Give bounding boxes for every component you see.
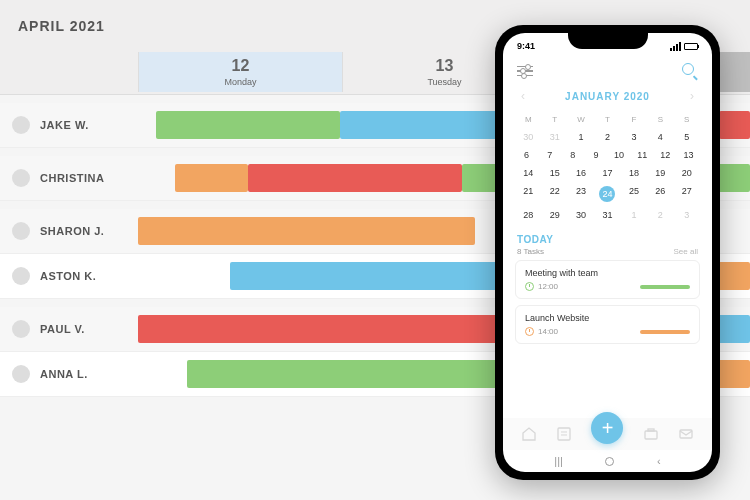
calendar-day[interactable]: 17 [594, 164, 620, 182]
calendar-day[interactable]: 4 [647, 128, 673, 146]
calendar-day[interactable]: 13 [677, 146, 700, 164]
calendar-day[interactable]: 29 [541, 206, 567, 224]
mail-icon[interactable] [678, 426, 694, 442]
add-button[interactable]: + [591, 412, 623, 444]
task-bar[interactable] [175, 164, 248, 192]
calendar-day[interactable]: 26 [647, 182, 673, 206]
task-card[interactable]: Meeting with team12:00 [515, 260, 700, 299]
calendar-day[interactable]: 3 [621, 128, 647, 146]
today-section: TODAY 8 Tasks See all [503, 226, 712, 260]
clock-icon [525, 282, 534, 291]
list-icon[interactable] [556, 426, 572, 442]
calendar-day[interactable]: 31 [541, 128, 567, 146]
calendar-day[interactable]: 10 [608, 146, 631, 164]
svg-rect-3 [645, 431, 657, 439]
home-button[interactable] [605, 457, 614, 466]
calendar-day[interactable]: 28 [515, 206, 541, 224]
weekday-header: S [647, 111, 673, 128]
svg-rect-0 [558, 428, 570, 440]
calendar-day[interactable]: 18 [621, 164, 647, 182]
battery-icon [684, 43, 698, 50]
calendar-day[interactable]: 8 [561, 146, 584, 164]
search-icon[interactable] [682, 63, 698, 79]
app-topbar [503, 55, 712, 83]
phone-mockup: 9:41 ‹ JANUARY 2020 › MTWTFSS30311234567… [495, 25, 720, 480]
calendar-day[interactable]: 2 [647, 206, 673, 224]
calendar-day[interactable]: 15 [541, 164, 567, 182]
person-name: CHRISTINA [40, 172, 135, 184]
weekday-header: W [568, 111, 594, 128]
avatar [12, 365, 30, 383]
weekday-header: F [621, 111, 647, 128]
task-bar[interactable] [248, 164, 462, 192]
avatar [12, 169, 30, 187]
avatar [12, 222, 30, 240]
chevron-right-icon[interactable]: › [690, 89, 694, 103]
person-name: PAUL V. [40, 323, 135, 335]
task-bar[interactable] [156, 111, 340, 139]
calendar-grid: MTWTFSS303112345678910111213141516171819… [503, 109, 712, 226]
task-title: Launch Website [525, 313, 690, 323]
see-all-link[interactable]: See all [674, 247, 698, 256]
calendar-day[interactable]: 16 [568, 164, 594, 182]
today-label: TODAY [517, 234, 553, 245]
svg-rect-5 [680, 430, 692, 438]
calendar-day[interactable]: 27 [674, 182, 700, 206]
phone-screen: 9:41 ‹ JANUARY 2020 › MTWTFSS30311234567… [503, 33, 712, 472]
person-name: JAKE W. [40, 119, 135, 131]
calendar-day[interactable]: 20 [674, 164, 700, 182]
home-icon[interactable] [521, 426, 537, 442]
filter-icon[interactable] [517, 66, 533, 77]
avatar [12, 116, 30, 134]
calendar-day[interactable]: 11 [631, 146, 654, 164]
weekday-header: M [515, 111, 541, 128]
calendar-day[interactable]: 9 [584, 146, 607, 164]
task-title: Meeting with team [525, 268, 690, 278]
calendar-day[interactable]: 6 [515, 146, 538, 164]
task-progress [640, 285, 690, 289]
person-name: ASTON K. [40, 270, 135, 282]
calendar-day[interactable]: 12 [654, 146, 677, 164]
calendar-nav: ‹ JANUARY 2020 › [503, 83, 712, 109]
calendar-day[interactable]: 5 [674, 128, 700, 146]
task-list: Meeting with team12:00Launch Website14:0… [503, 260, 712, 350]
task-card[interactable]: Launch Website14:00 [515, 305, 700, 344]
calendar-day[interactable]: 21 [515, 182, 541, 206]
calendar-day[interactable]: 31 [594, 206, 620, 224]
status-time: 9:41 [517, 41, 535, 51]
calendar-day[interactable]: 7 [538, 146, 561, 164]
calendar-day[interactable]: 30 [568, 206, 594, 224]
task-time: 14:00 [538, 327, 558, 336]
calendar-day[interactable]: 25 [621, 182, 647, 206]
clock-icon [525, 327, 534, 336]
calendar-day[interactable]: 2 [594, 128, 620, 146]
person-name: SHARON J. [40, 225, 135, 237]
calendar-day[interactable]: 24 [594, 182, 620, 206]
avatar [12, 267, 30, 285]
task-bar[interactable] [138, 315, 536, 343]
calendar-day[interactable]: 1 [568, 128, 594, 146]
back-button[interactable]: ‹ [657, 455, 661, 467]
briefcase-icon[interactable] [643, 426, 659, 442]
chevron-left-icon[interactable]: ‹ [521, 89, 525, 103]
weekday-header: T [541, 111, 567, 128]
calendar-day[interactable]: 23 [568, 182, 594, 206]
calendar-day[interactable]: 22 [541, 182, 567, 206]
bottom-nav: + [503, 418, 712, 450]
task-time: 12:00 [538, 282, 558, 291]
calendar-day[interactable]: 3 [674, 206, 700, 224]
task-bar[interactable] [138, 217, 475, 245]
calendar-day[interactable]: 30 [515, 128, 541, 146]
avatar [12, 320, 30, 338]
weekday-header: T [594, 111, 620, 128]
calendar-day[interactable]: 1 [621, 206, 647, 224]
today-count: 8 Tasks [517, 247, 553, 256]
task-bar[interactable] [719, 111, 750, 139]
task-progress [640, 330, 690, 334]
calendar-day[interactable]: 19 [647, 164, 673, 182]
task-bar[interactable] [187, 360, 524, 388]
recent-apps-button[interactable]: ||| [554, 455, 563, 467]
calendar-day[interactable]: 14 [515, 164, 541, 182]
svg-rect-4 [648, 429, 654, 431]
day-column[interactable]: 12Monday [138, 52, 342, 92]
